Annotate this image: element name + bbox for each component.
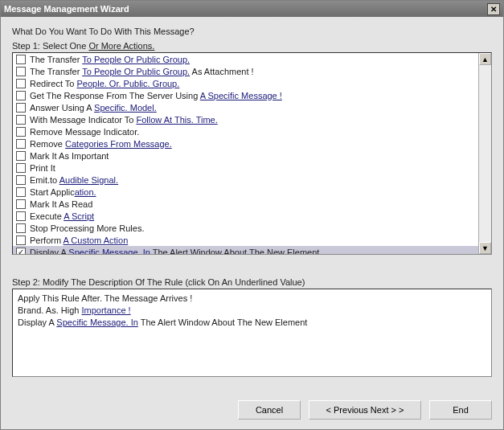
step2-label: Step 2: Modify The Description Of The Ru… [12,277,492,287]
action-checkbox[interactable]: ✓ [16,248,26,255]
action-checkbox[interactable] [16,91,26,100]
action-checkbox[interactable] [16,127,26,137]
previous-next-button[interactable]: < Previous Next > > [309,400,421,420]
action-label: Remove Message Indicator. [30,127,139,137]
action-row[interactable]: Redirect To People. Or. Public. Group. [13,77,478,89]
action-label: Emit.to Audible Signal. [30,175,118,185]
window-title: Message Management Wizard [4,4,487,14]
underlined-value[interactable]: Specific Message. In [56,317,138,327]
action-checkbox[interactable] [16,139,26,149]
step1-link: Or More Actions. [88,41,154,51]
step1-prefix: Step 1: [12,41,43,51]
action-label: The Transfer To People Or Public Group. [30,55,190,64]
action-row[interactable]: Execute A Script [13,210,478,222]
description-line: Display A Specific Message. In The Alert… [18,317,486,329]
action-label: Mark It As Important [30,151,109,161]
action-checkbox[interactable] [16,187,26,197]
action-label: Start Application. [30,187,96,197]
action-label: Redirect To People. Or. Public. Group. [30,79,179,88]
action-row[interactable]: Get The Response From The Server Using A… [13,89,478,101]
scrollbar: ▲ ▼ [478,53,491,254]
titlebar: Message Management Wizard ✕ [1,1,503,17]
action-label: Mark It As Read [30,199,92,209]
action-label: Execute A Script [30,211,94,221]
action-label: With Message Indicator To Follow At This… [30,115,218,125]
action-row[interactable]: Emit.to Audible Signal. [13,174,478,186]
end-button[interactable]: End [429,400,492,420]
action-row[interactable]: Stop Processing More Rules. [13,222,478,234]
underlined-value[interactable]: Importance ! [82,305,131,315]
action-label: Answer Using A Specific. Model. [30,103,157,113]
description-line: Brand. As. High Importance ! [18,305,486,317]
action-checkbox[interactable] [16,175,26,185]
action-checkbox[interactable] [16,163,26,173]
action-row[interactable]: Print It [13,162,478,174]
action-label: Stop Processing More Rules. [30,223,144,233]
action-row[interactable]: Mark It As Important [13,149,478,162]
action-checkbox[interactable] [16,223,26,233]
action-checkbox[interactable] [16,211,26,221]
action-row[interactable]: With Message Indicator To Follow At This… [13,113,478,125]
action-checkbox[interactable] [16,67,26,76]
close-icon[interactable]: ✕ [487,3,500,15]
actions-list[interactable]: The Transfer To People Or Public Group.T… [13,53,478,254]
rule-description-box: Apply This Rule After. The Message Arriv… [12,289,492,377]
wizard-question: What Do You Want To Do With This Message… [12,27,492,36]
action-checkbox[interactable] [16,199,26,209]
action-checkbox[interactable] [16,103,26,113]
action-label: The Transfer To People Or Public Group. … [30,67,254,76]
action-row[interactable]: Remove Message Indicator. [13,125,478,137]
action-row[interactable]: Perform A Custom Action [13,234,478,246]
description-line: Apply This Rule After. The Message Arriv… [18,293,486,305]
cancel-button[interactable]: Cancel [238,400,301,420]
button-bar: Cancel < Previous Next > > End [1,394,503,429]
action-row[interactable]: The Transfer To People Or Public Group. [13,53,478,65]
action-label: Display A Specific Message. In The Alert… [30,248,319,255]
action-label: Remove Categories From Message. [30,139,172,149]
step1-label: Step 1: Select One Or More Actions. [12,41,492,51]
action-label: Print It [30,163,55,173]
scroll-down-button[interactable]: ▼ [479,242,491,254]
action-checkbox[interactable] [16,79,26,88]
action-row[interactable]: Start Application. [13,186,478,198]
action-row[interactable]: The Transfer To People Or Public Group. … [13,65,478,77]
action-row[interactable]: ✓Display A Specific Message. In The Aler… [13,246,478,254]
action-checkbox[interactable] [16,115,26,125]
action-row[interactable]: Mark It As Read [13,198,478,210]
action-checkbox[interactable] [16,235,26,245]
action-row[interactable]: Remove Categories From Message. [13,137,478,149]
content-area: What Do You Want To Do With This Message… [1,17,503,394]
scroll-up-button[interactable]: ▲ [479,53,491,65]
action-checkbox[interactable] [16,55,26,64]
actions-listbox: The Transfer To People Or Public Group.T… [12,52,492,255]
step1-plain: Select One [43,41,88,51]
action-label: Get The Response From The Server Using A… [30,91,282,100]
action-checkbox[interactable] [16,151,26,161]
wizard-window: Message Management Wizard ✕ What Do You … [0,0,504,430]
action-label: Perform A Custom Action [30,235,128,245]
action-row[interactable]: Answer Using A Specific. Model. [13,101,478,113]
scroll-track[interactable] [479,65,491,242]
